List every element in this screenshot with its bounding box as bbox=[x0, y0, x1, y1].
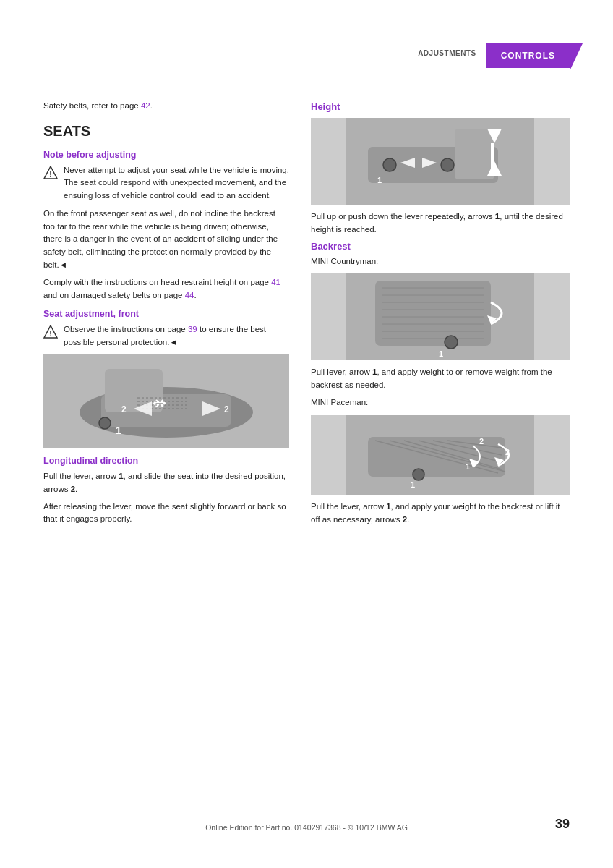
note-heading: Note before adjusting bbox=[43, 150, 289, 160]
right-column: Height bbox=[311, 101, 570, 531]
safety-belts-line: Safety belts, refer to page 42. bbox=[43, 101, 289, 110]
height-image: 1 bbox=[311, 118, 570, 205]
longitudinal-body1: Pull the lever, arrow 1, and slide the s… bbox=[43, 470, 289, 496]
longitudinal-heading: Longitudinal direction bbox=[43, 456, 289, 466]
svg-text:2: 2 bbox=[479, 437, 484, 446]
mini-paceman-label: MINI Paceman: bbox=[311, 396, 570, 409]
svg-point-54 bbox=[413, 469, 424, 480]
page-44-link[interactable]: 44 bbox=[185, 291, 194, 299]
warning-icon: ! bbox=[43, 166, 58, 180]
svg-rect-32 bbox=[375, 281, 491, 346]
main-content: Safety belts, refer to page 42. SEATS No… bbox=[43, 101, 570, 531]
svg-text:2: 2 bbox=[121, 404, 127, 414]
seat-adj-heading: Seat adjustment, front bbox=[43, 309, 289, 319]
seat-adj-warning-block: ! Observe the instructions on page 39 to… bbox=[43, 323, 289, 349]
backrest-heading: Backrest bbox=[311, 241, 570, 252]
note-warning-text: Never attempt to adjust your seat while … bbox=[64, 164, 289, 202]
svg-rect-25 bbox=[491, 158, 494, 176]
svg-point-42 bbox=[445, 336, 458, 349]
backrest-paceman-image: 2 2 1 1 bbox=[311, 415, 570, 495]
footer-text: Online Edition for Part no. 01402917368 … bbox=[205, 823, 408, 832]
tab-controls: CONTROLS bbox=[486, 43, 570, 68]
note-warning-block: ! Never attempt to adjust your seat whil… bbox=[43, 164, 289, 202]
svg-text:!: ! bbox=[49, 330, 51, 338]
header-tabs: ADJUSTMENTS CONTROLS bbox=[408, 43, 570, 68]
height-body: Pull up or push down the lever repeatedl… bbox=[311, 210, 570, 237]
backrest-countryman-image: 1 bbox=[311, 273, 570, 360]
svg-rect-21 bbox=[455, 129, 494, 179]
mini-countryman-label: MINI Countryman: bbox=[311, 255, 570, 268]
svg-text:⇔: ⇔ bbox=[153, 394, 166, 412]
tab-adjustments: ADJUSTMENTS bbox=[408, 43, 486, 68]
note-body1: On the front passenger seat as well, do … bbox=[43, 208, 289, 272]
backrest-paceman-body: Pull the lever, arrow 1, and apply your … bbox=[311, 501, 570, 527]
page-41-link[interactable]: 41 bbox=[271, 278, 280, 286]
warning-icon-2: ! bbox=[43, 325, 58, 339]
page-footer: Online Edition for Part no. 01402917368 … bbox=[0, 823, 613, 832]
svg-text:!: ! bbox=[49, 171, 51, 179]
svg-text:1: 1 bbox=[116, 425, 121, 436]
page-container: ADJUSTMENTS CONTROLS Safety belts, refer… bbox=[0, 0, 613, 868]
note-body2: Comply with the instructions on head res… bbox=[43, 276, 289, 302]
svg-point-10 bbox=[99, 417, 111, 429]
page-42-link[interactable]: 42 bbox=[141, 101, 150, 110]
left-column: Safety belts, refer to page 42. SEATS No… bbox=[43, 101, 289, 531]
svg-text:2: 2 bbox=[224, 404, 229, 414]
page-number: 39 bbox=[555, 817, 570, 832]
seat-adj-warning-text: Observe the instructions on page 39 to e… bbox=[64, 323, 289, 349]
seats-heading: SEATS bbox=[43, 123, 289, 140]
svg-text:2: 2 bbox=[505, 448, 510, 456]
svg-point-26 bbox=[383, 158, 396, 171]
svg-text:1: 1 bbox=[377, 176, 382, 184]
svg-text:1: 1 bbox=[439, 349, 443, 358]
longitudinal-body2: After releasing the lever, move the seat… bbox=[43, 501, 289, 527]
svg-point-27 bbox=[441, 158, 454, 171]
height-heading: Height bbox=[311, 101, 570, 112]
backrest-countryman-body: Pull lever, arrow 1, and apply weight to… bbox=[311, 366, 570, 392]
page-39-link[interactable]: 39 bbox=[188, 325, 197, 333]
svg-text:1: 1 bbox=[466, 462, 470, 471]
svg-text:1: 1 bbox=[411, 480, 415, 489]
seat-front-image: ⇔ 1 2 2 bbox=[43, 354, 289, 448]
